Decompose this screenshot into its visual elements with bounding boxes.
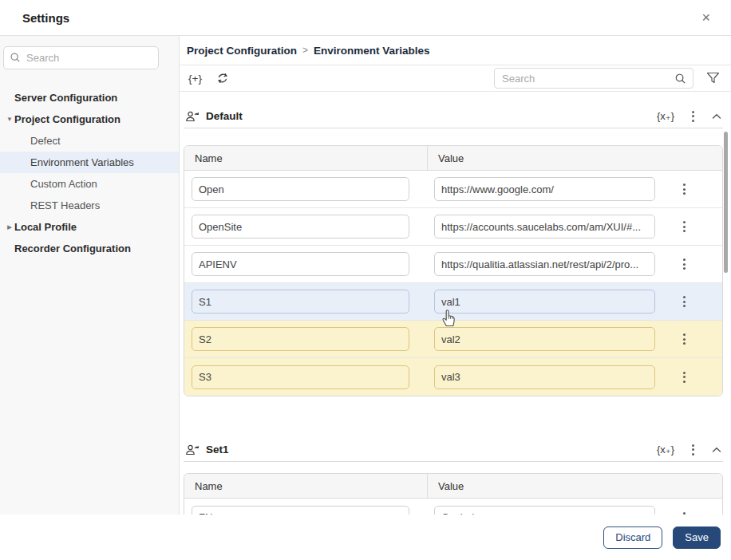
variable-value-input[interactable] (434, 327, 655, 351)
section-kebab-menu-icon[interactable] (690, 109, 696, 124)
section-title: Default (206, 110, 243, 122)
table-row (184, 283, 722, 321)
sidebar-search (3, 46, 158, 69)
table-header: Name Value (184, 146, 722, 171)
variable-value-input[interactable] (434, 506, 655, 515)
variable-name-input[interactable] (192, 506, 409, 515)
variable-name-input[interactable] (192, 252, 409, 276)
table-row (184, 358, 722, 396)
section-title: Set1 (206, 444, 229, 455)
toolbar: {+} (180, 65, 731, 92)
variable-value-input[interactable] (434, 177, 655, 201)
variable-name-input[interactable] (192, 327, 409, 351)
row-kebab-menu-icon[interactable] (682, 182, 687, 196)
variable-name-input[interactable] (192, 215, 409, 239)
variable-sets-scroll-area: Default {x₊} Name Value (180, 92, 731, 515)
variables-search-input[interactable] (494, 68, 693, 89)
save-button[interactable]: Save (673, 526, 721, 549)
variable-set-icon (185, 110, 200, 123)
filter-icon[interactable] (706, 72, 720, 85)
sidebar-item-server-configuration[interactable]: Server Configuration (0, 87, 179, 108)
column-header-name: Name (184, 146, 428, 170)
vertical-scrollbar[interactable] (724, 132, 728, 273)
settings-dialog: Settings × Server Configuration ▼ Projec… (0, 0, 731, 560)
variables-search (494, 68, 693, 89)
table-row (184, 208, 722, 246)
column-header-value: Value (428, 480, 722, 492)
variable-name-input[interactable] (192, 365, 409, 389)
variable-set-icon (185, 444, 200, 456)
settings-sidebar: Server Configuration ▼ Project Configura… (0, 36, 180, 515)
row-kebab-menu-icon[interactable] (682, 332, 687, 346)
sidebar-item-recorder-configuration[interactable]: Recorder Configuration (0, 238, 179, 259)
variable-value-input[interactable] (434, 365, 655, 389)
refresh-icon[interactable] (216, 72, 229, 85)
section-header-set1: Set1 {x₊} (184, 438, 723, 462)
collapse-section-icon[interactable] (712, 447, 721, 453)
sidebar-search-input[interactable] (3, 46, 159, 69)
variable-name-input[interactable] (192, 290, 409, 314)
add-variable-set-icon[interactable]: {+} (188, 73, 202, 85)
table-row (184, 499, 722, 515)
breadcrumb: Project Configuration > Environment Vari… (180, 36, 731, 65)
sidebar-item-environment-variables[interactable]: Environment Variables (0, 152, 179, 173)
variables-table-default: Name Value (184, 145, 723, 396)
sidebar-item-project-configuration[interactable]: ▼ Project Configuration (0, 108, 179, 130)
settings-tree: Server Configuration ▼ Project Configura… (0, 87, 179, 259)
column-header-value: Value (428, 152, 722, 164)
table-row (184, 321, 722, 358)
column-header-name: Name (184, 474, 428, 498)
variable-name-input[interactable] (192, 177, 409, 201)
discard-button[interactable]: Discard (603, 526, 662, 549)
variable-value-input[interactable] (434, 252, 655, 276)
section-header-default: Default {x₊} (184, 105, 723, 128)
collapse-section-icon[interactable] (712, 113, 721, 120)
search-icon (10, 52, 21, 63)
sidebar-item-custom-action[interactable]: Custom Action (0, 173, 179, 195)
content-panel: Project Configuration > Environment Vari… (180, 36, 731, 515)
variable-value-input[interactable] (434, 215, 655, 239)
expand-arrow-icon[interactable]: ▼ (5, 116, 14, 123)
add-variable-icon[interactable]: {x₊} (657, 444, 674, 455)
variable-value-input[interactable] (434, 290, 655, 314)
search-icon (674, 73, 686, 85)
dialog-title: Settings (22, 11, 69, 25)
row-kebab-menu-icon[interactable] (682, 370, 687, 385)
close-icon[interactable]: × (701, 10, 710, 25)
section-kebab-menu-icon[interactable] (690, 443, 696, 457)
table-row (184, 171, 722, 208)
dialog-footer: Discard Save (0, 515, 731, 560)
row-kebab-menu-icon[interactable] (682, 219, 687, 234)
breadcrumb-project-configuration[interactable]: Project Configuration (187, 45, 297, 57)
table-header: Name Value (184, 474, 722, 499)
variables-table-set1: Name Value (184, 473, 723, 515)
collapse-arrow-icon[interactable]: ▶ (5, 224, 14, 231)
row-kebab-menu-icon[interactable] (682, 257, 687, 271)
dialog-header: Settings × (0, 0, 731, 36)
row-kebab-menu-icon[interactable] (682, 511, 687, 515)
sidebar-item-defect[interactable]: Defect (0, 130, 179, 152)
breadcrumb-environment-variables: Environment Variables (314, 45, 430, 57)
table-row (184, 246, 722, 283)
sidebar-item-local-profile[interactable]: ▶ Local Profile (0, 216, 179, 238)
add-variable-icon[interactable]: {x₊} (657, 110, 674, 122)
sidebar-item-rest-headers[interactable]: REST Headers (0, 195, 179, 216)
row-kebab-menu-icon[interactable] (682, 294, 687, 309)
breadcrumb-separator: > (302, 45, 308, 56)
